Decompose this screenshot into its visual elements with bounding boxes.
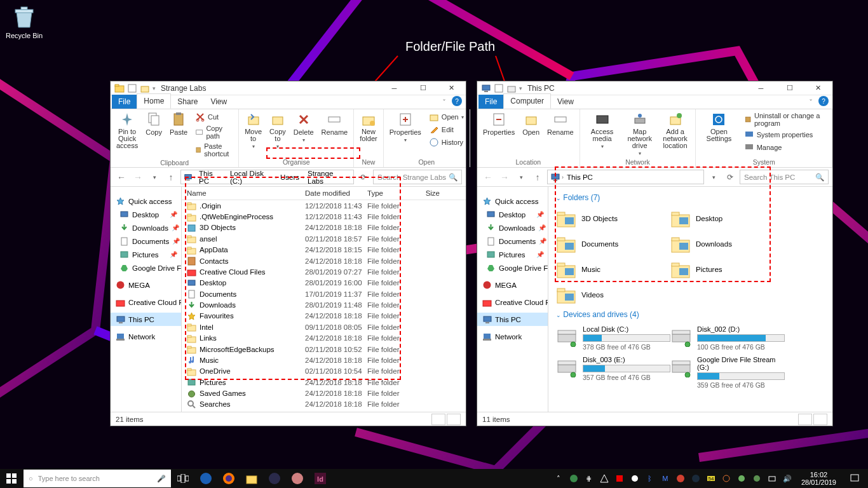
- breadcrumb-segment[interactable]: Strange Labs: [306, 170, 348, 185]
- nav-item-documents[interactable]: Documents📌: [477, 234, 548, 248]
- nav-up-button[interactable]: ↑: [531, 170, 545, 184]
- task-view-button[interactable]: [172, 469, 194, 488]
- tab-file[interactable]: File: [112, 95, 137, 109]
- table-row[interactable]: Favourites24/12/2018 18:18File folder: [182, 311, 466, 322]
- qat-new-folder-icon[interactable]: [140, 83, 150, 93]
- table-row[interactable]: Searches24/12/2018 18:18File folder: [182, 399, 466, 410]
- tray-icon[interactable]: [675, 473, 686, 484]
- folder-item[interactable]: Music: [556, 257, 670, 282]
- drives-section-header[interactable]: ⌄ Devices and drives (4): [556, 310, 825, 319]
- nav-back-button[interactable]: ←: [481, 170, 495, 184]
- taskbar-search-input[interactable]: ○ Type here to search 🎤: [24, 470, 171, 487]
- tray-icon[interactable]: [736, 473, 747, 484]
- refresh-button[interactable]: ⟳: [356, 170, 370, 184]
- tray-icon[interactable]: [569, 473, 579, 484]
- col-name[interactable]: Name: [182, 189, 300, 197]
- properties-button[interactable]: Properties: [481, 111, 517, 137]
- nav-item-mega[interactable]: MEGA: [111, 278, 181, 292]
- qat-dropdown-icon[interactable]: ▾: [153, 85, 156, 92]
- table-row[interactable]: Documents17/01/2019 11:37File folder: [182, 288, 466, 299]
- column-headers[interactable]: Name Date modified Type Size: [182, 187, 466, 200]
- folder-item[interactable]: Videos: [556, 282, 670, 308]
- taskbar-app-1[interactable]: [263, 469, 286, 488]
- tray-slack-icon[interactable]: ⋕: [584, 473, 594, 484]
- table-row[interactable]: Desktop28/01/2019 16:00File folder: [182, 278, 466, 288]
- table-row[interactable]: Pictures24/12/2018 18:18File folder: [182, 377, 466, 388]
- nav-item-desktop[interactable]: Desktop📌: [477, 208, 548, 221]
- breadcrumb[interactable]: › This PC›Local Disk (C:)›Users›Strange …: [180, 170, 354, 184]
- tray-volume-icon[interactable]: 🔊: [782, 473, 792, 484]
- search-input[interactable]: Search This PC🔍: [740, 170, 829, 184]
- folder-item[interactable]: Desktop: [670, 206, 785, 231]
- rename-button[interactable]: Rename: [545, 111, 576, 137]
- col-date[interactable]: Date modified: [300, 189, 362, 197]
- tray-up-icon[interactable]: ˄: [553, 473, 564, 484]
- tray-bluetooth-icon[interactable]: ᛒ: [645, 473, 655, 484]
- table-row[interactable]: Creative Cloud Files28/01/2019 07:27File…: [182, 266, 466, 277]
- properties-button[interactable]: Properties▾: [388, 111, 423, 144]
- nav-item-quick[interactable]: Quick access: [111, 194, 181, 208]
- start-button[interactable]: [0, 469, 23, 488]
- ribbon-minimize-icon[interactable]: ˇ: [806, 96, 816, 109]
- maximize-button[interactable]: ☐: [775, 81, 804, 95]
- nav-item-network[interactable]: Network: [111, 330, 181, 343]
- view-icons-button[interactable]: [447, 414, 461, 425]
- taskbar-app-edge[interactable]: [194, 469, 217, 488]
- nav-forward-button[interactable]: →: [498, 170, 512, 184]
- minimize-button[interactable]: ─: [747, 81, 775, 95]
- tray-steam-icon[interactable]: [691, 473, 701, 484]
- paste-button[interactable]: Paste: [168, 111, 189, 137]
- nav-item-ccf[interactable]: Creative Cloud Files: [111, 295, 181, 309]
- nav-item-gdrive[interactable]: Google Drive File📌: [477, 261, 548, 274]
- ribbon-minimize-icon[interactable]: ˇ: [439, 96, 449, 109]
- minimize-button[interactable]: ─: [380, 81, 409, 95]
- tray-icon[interactable]: M: [660, 473, 670, 484]
- system-properties-button[interactable]: System properties: [742, 128, 828, 141]
- drive-item[interactable]: Google Drive File Stream (G:)359 GB free…: [670, 353, 785, 391]
- tray-icon[interactable]: [599, 473, 609, 484]
- nav-forward-button[interactable]: →: [131, 170, 145, 184]
- close-button[interactable]: ✕: [437, 81, 466, 95]
- folder-item[interactable]: 3D Objects: [556, 206, 670, 231]
- drive-item[interactable]: Local Disk (C:)378 GB free of 476 GB: [556, 323, 670, 353]
- notifications-button[interactable]: [845, 469, 864, 488]
- tray-icon[interactable]: [752, 473, 762, 484]
- table-row[interactable]: Contacts24/12/2018 18:18File folder: [182, 255, 466, 266]
- table-row[interactable]: .Origin12/12/2018 11:43File folder: [182, 200, 466, 211]
- taskbar-app-explorer[interactable]: [240, 469, 263, 488]
- table-row[interactable]: .QtWebEngineProcess12/12/2018 11:43File …: [182, 211, 466, 222]
- nav-item-quick[interactable]: Quick access: [477, 194, 548, 208]
- table-row[interactable]: Downloads28/01/2019 11:48File folder: [182, 299, 466, 310]
- tab-view[interactable]: View: [551, 95, 580, 109]
- maximize-button[interactable]: ☐: [409, 81, 437, 95]
- tab-computer[interactable]: Computer: [503, 93, 551, 109]
- pin-to-quick-access-button[interactable]: Pin to Quick access: [114, 111, 140, 151]
- breadcrumb-segment[interactable]: Local Disk (C:): [228, 170, 274, 185]
- breadcrumb-dropdown[interactable]: ▾: [707, 170, 721, 184]
- move-to-button[interactable]: Move to▾: [243, 111, 264, 151]
- help-icon[interactable]: ?: [818, 96, 829, 106]
- nav-history-dropdown[interactable]: ▾: [147, 170, 161, 184]
- mic-icon[interactable]: 🎤: [157, 475, 166, 483]
- taskbar-app-2[interactable]: [286, 469, 309, 488]
- tray-icon[interactable]: 54: [706, 473, 716, 484]
- breadcrumb-segment[interactable]: Users: [278, 173, 301, 181]
- col-type[interactable]: Type: [362, 189, 407, 197]
- history-button[interactable]: History: [427, 136, 466, 149]
- col-size[interactable]: Size: [407, 189, 445, 197]
- copy-to-button[interactable]: Copy to▾: [268, 111, 288, 151]
- folder-item[interactable]: Pictures: [670, 257, 785, 282]
- table-row[interactable]: Intel09/11/2018 08:05File folder: [182, 322, 466, 332]
- search-input[interactable]: Search Strange Labs🔍: [373, 170, 462, 184]
- folder-item[interactable]: Documents: [556, 231, 670, 257]
- nav-item-downloads[interactable]: Downloads📌: [111, 221, 181, 234]
- tray-icon[interactable]: [614, 473, 625, 484]
- breadcrumb[interactable]: › This PC: [547, 170, 704, 184]
- delete-button[interactable]: Delete▾: [292, 111, 316, 144]
- taskbar-app-indesign[interactable]: Id: [309, 469, 332, 488]
- breadcrumb-segment[interactable]: This PC: [197, 170, 224, 185]
- add-network-location-button[interactable]: Add a network location: [659, 111, 691, 151]
- tab-view[interactable]: View: [204, 95, 233, 109]
- table-row[interactable]: ansel02/11/2018 18:57File folder: [182, 233, 466, 244]
- qat-properties-icon[interactable]: [494, 83, 504, 93]
